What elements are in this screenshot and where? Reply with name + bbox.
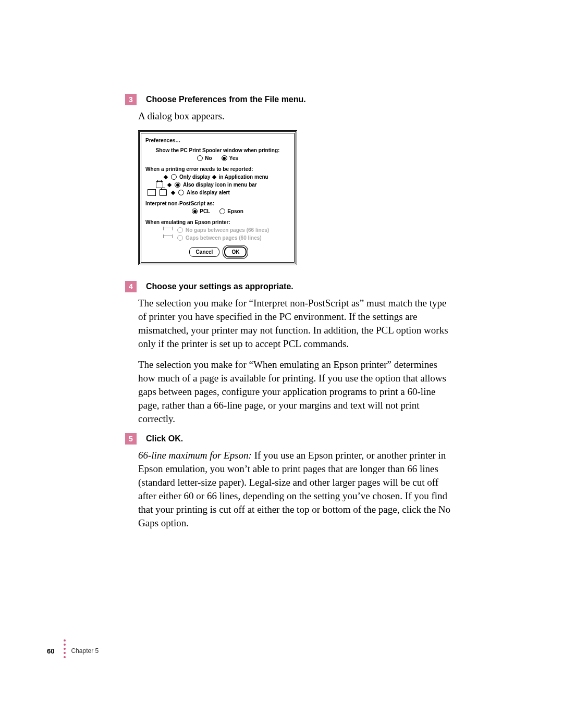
page-footer: 60 Chapter 5 bbox=[47, 641, 99, 660]
step-number-badge: 4 bbox=[125, 281, 137, 292]
opt-gaps: Gaps between pages (60 lines) bbox=[163, 234, 290, 242]
q-emulating: When emulating an Epson printer: bbox=[145, 218, 290, 226]
step-3: 3 Choose Preferences from the File menu. bbox=[125, 94, 506, 105]
opt-also-alert[interactable]: Also display alert bbox=[148, 189, 290, 196]
step-3-body: A dialog box appears. Preferences… Show … bbox=[138, 109, 456, 265]
step-5-title: Click OK. bbox=[146, 433, 183, 445]
radio-icon bbox=[175, 182, 180, 188]
radio-icon bbox=[192, 208, 198, 214]
radio-no[interactable]: No bbox=[197, 154, 212, 162]
footer-dots-icon bbox=[64, 639, 66, 658]
diamond-icon bbox=[167, 182, 172, 187]
q-interpret: Interpret non-PostScript as: bbox=[145, 200, 290, 207]
ok-button[interactable]: OK bbox=[225, 247, 246, 257]
note-label: 66-line maximum for Epson: bbox=[138, 450, 252, 461]
radio-icon bbox=[219, 208, 225, 214]
diamond-icon bbox=[171, 190, 175, 194]
diamond-icon bbox=[212, 175, 216, 179]
note-body: If you use an Epson printer, or another … bbox=[138, 450, 450, 528]
radio-icon bbox=[171, 174, 177, 180]
printer-icon bbox=[160, 189, 167, 196]
diamond-icon bbox=[164, 175, 168, 179]
radio-icon bbox=[197, 155, 203, 161]
radio-pcl[interactable]: PCL bbox=[192, 207, 210, 215]
step-4-body: The selection you make for “Interpret no… bbox=[138, 297, 456, 426]
step-number-badge: 5 bbox=[125, 433, 137, 445]
dialog-title: Preferences… bbox=[145, 137, 290, 144]
radio-yes[interactable]: Yes bbox=[222, 154, 238, 162]
step-5-note: 66-line maximum for Epson: If you use an… bbox=[138, 449, 456, 530]
radio-epson[interactable]: Epson bbox=[219, 207, 243, 215]
chapter-label: Chapter 5 bbox=[71, 647, 99, 655]
page-range-icon bbox=[163, 236, 173, 241]
q-error-report: When a printing error needs to be report… bbox=[145, 165, 290, 173]
step-5: 5 Click OK. bbox=[125, 433, 506, 445]
opt-no-gaps: No gaps between pages (66 lines) bbox=[163, 226, 290, 234]
step-number-badge: 3 bbox=[125, 94, 137, 105]
cancel-button[interactable]: Cancel bbox=[189, 247, 220, 257]
window-icon bbox=[148, 189, 156, 196]
page-range-icon bbox=[163, 228, 173, 233]
dialog-appears-text: A dialog box appears. bbox=[138, 109, 456, 123]
step-3-title: Choose Preferences from the File menu. bbox=[146, 94, 306, 105]
opt-only-display[interactable]: Only display in Application menu bbox=[163, 173, 290, 181]
radio-icon bbox=[222, 155, 227, 161]
radio-icon bbox=[177, 235, 183, 241]
step-4-title: Choose your settings as appropriate. bbox=[146, 281, 293, 292]
step-4: 4 Choose your settings as appropriate. bbox=[125, 281, 506, 292]
radio-icon bbox=[178, 190, 184, 195]
preferences-dialog: Preferences… Show the PC Print Spooler w… bbox=[138, 130, 297, 265]
step-4-p1: The selection you make for “Interpret no… bbox=[138, 297, 456, 351]
q-show-window: Show the PC Print Spooler window when pr… bbox=[145, 146, 290, 154]
radio-icon bbox=[177, 227, 183, 233]
manual-page: 3 Choose Preferences from the File menu.… bbox=[0, 0, 563, 728]
opt-also-icon[interactable]: Also display icon in menu bar bbox=[156, 181, 290, 189]
step-4-p2: The selection you make for “When emulati… bbox=[138, 358, 456, 426]
step-5-body: 66-line maximum for Epson: If you use an… bbox=[138, 449, 456, 530]
page-number: 60 bbox=[47, 647, 54, 655]
